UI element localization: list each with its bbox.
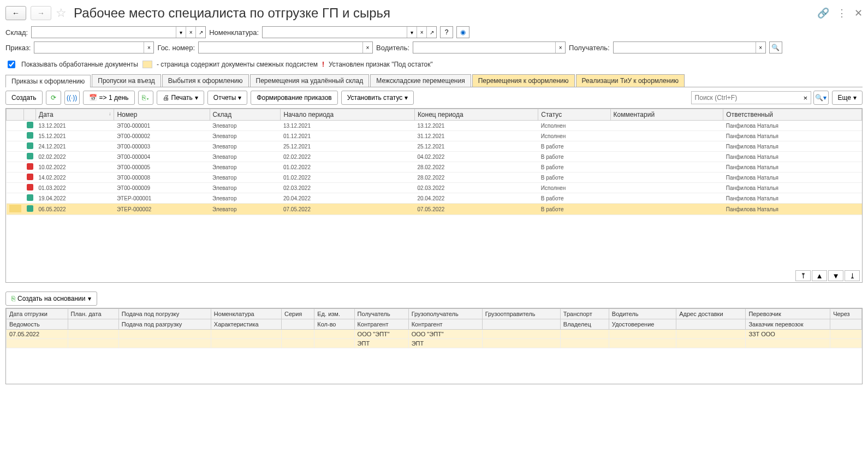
- nomenclature-input[interactable]: [263, 27, 407, 37]
- grid-header-row: Дата↓НомерСкладНачало периодаКонец перио…: [7, 109, 862, 121]
- tab-Приказы-к-оформлению[interactable]: Приказы к оформлению: [5, 75, 91, 87]
- table-row[interactable]: 06.05.2022ЭТЕР-000002Элеватор07.05.20220…: [7, 204, 862, 215]
- col-Дата[interactable]: Дата↓: [36, 109, 114, 121]
- row-status-icon: [27, 205, 33, 212]
- dcol-Номенклатура[interactable]: Номенклатура: [211, 309, 281, 319]
- broadcast-button[interactable]: ((∙)): [64, 91, 80, 105]
- dcol-Получатель[interactable]: Получатель: [354, 309, 408, 319]
- dcol-Подача под погрузку[interactable]: Подача под погрузку: [118, 309, 211, 319]
- dcol-Грузополучатель[interactable]: Грузополучатель: [408, 309, 482, 319]
- table-row[interactable]: 14.02.2022ЭТ00-000008Элеватор01.02.20222…: [7, 172, 862, 183]
- more-button[interactable]: Еще▾: [832, 91, 863, 105]
- nomenclature-input-group: ▾ × ↗: [262, 26, 437, 38]
- tab-Перемещения-к-оформлению[interactable]: Перемещения к оформлению: [472, 74, 575, 87]
- refresh-button[interactable]: ⟳: [46, 91, 61, 105]
- dcol-Дата отгрузки[interactable]: Дата отгрузки: [7, 309, 68, 319]
- extra-search-button[interactable]: 🔍: [769, 41, 782, 53]
- dcol-План. дата[interactable]: План. дата: [68, 309, 118, 319]
- col-Статус[interactable]: Статус: [538, 109, 610, 121]
- search-menu-button[interactable]: 🔍▾: [813, 91, 829, 105]
- kebab-menu-icon[interactable]: ⋮: [837, 7, 847, 19]
- order-label: Приказ:: [5, 44, 31, 52]
- recipient-clear-icon[interactable]: ×: [756, 42, 765, 53]
- dcol-Ед. изм.[interactable]: Ед. изм.: [314, 309, 354, 319]
- link-icon[interactable]: 🔗: [817, 7, 829, 19]
- dcol-Через[interactable]: Через: [830, 309, 862, 319]
- row-status-icon: [27, 132, 33, 139]
- warehouse-dropdown-icon[interactable]: ▾: [176, 27, 186, 38]
- close-icon[interactable]: ✕: [854, 7, 863, 19]
- grid-first-button[interactable]: ⤒: [795, 270, 811, 281]
- help-button[interactable]: ?: [440, 26, 453, 38]
- nomenclature-clear-icon[interactable]: ×: [417, 27, 426, 38]
- plate-input[interactable]: [199, 43, 362, 52]
- detail-grid: Дата отгрузкиПлан. датаПодача под погруз…: [5, 308, 863, 384]
- detail-row[interactable]: 07.05.2022ООО "ЭПТ"ООО "ЭПТ"ЗЗТ ООО: [7, 330, 862, 339]
- detail-header-row-2: ВедомостьПодача под разгрузкуХарактерист…: [7, 319, 862, 330]
- col-Ответственный[interactable]: Ответственный: [723, 109, 862, 121]
- nomenclature-label: Номенклатура:: [209, 28, 259, 37]
- col-Склад[interactable]: Склад: [210, 109, 281, 121]
- plate-label: Гос. номер:: [157, 44, 195, 52]
- camera-button[interactable]: ◉: [456, 26, 469, 38]
- print-button[interactable]: 🖨Печать▾: [157, 91, 204, 105]
- grid-up-button[interactable]: ▲: [812, 270, 827, 281]
- create-based-button[interactable]: ⎘Создать на основании▾: [5, 291, 97, 306]
- tab-Межскладские-перемещения[interactable]: Межскладские перемещения: [370, 74, 471, 87]
- reports-button[interactable]: Отчеты▾: [207, 91, 247, 105]
- table-row[interactable]: 01.03.2022ЭТ00-000009Элеватор02.03.20220…: [7, 183, 862, 193]
- driver-input[interactable]: [413, 43, 555, 52]
- tab-Пропуски-на-въезд[interactable]: Пропуски на въезд: [92, 74, 160, 87]
- order-input-group: ×: [34, 41, 154, 53]
- col-Комментарий[interactable]: Комментарий: [610, 109, 723, 121]
- order-clear-icon[interactable]: ×: [144, 42, 153, 53]
- table-row[interactable]: 15.12.2021ЭТ00-000002Элеватор01.12.20213…: [7, 131, 862, 141]
- driver-clear-icon[interactable]: ×: [555, 42, 565, 53]
- order-input[interactable]: [34, 43, 144, 52]
- dcol-Водитель[interactable]: Водитель: [609, 309, 676, 319]
- nomenclature-open-icon[interactable]: ↗: [426, 27, 436, 38]
- row-status-icon: [27, 142, 33, 149]
- recipient-input[interactable]: [614, 43, 756, 52]
- dcol-Перевозчик[interactable]: Перевозчик: [746, 309, 830, 319]
- dcol-Адрес доставки[interactable]: Адрес доставки: [676, 309, 746, 319]
- grid-down-button[interactable]: ▼: [828, 270, 843, 281]
- driver-input-group: ×: [413, 41, 566, 53]
- tab-Перемещения-на-удалённый-склад[interactable]: Перемещения на удалённый склад: [250, 74, 370, 87]
- table-row[interactable]: 24.12.2021ЭТ00-000003Элеватор25.12.20212…: [7, 141, 862, 152]
- table-row[interactable]: 10.02.2022ЭТ00-000005Элеватор01.02.20222…: [7, 162, 862, 172]
- copy-button[interactable]: ⎘▾: [138, 91, 153, 105]
- col-Начало периода[interactable]: Начало периода: [281, 109, 414, 121]
- detail-row[interactable]: ЭПТЭПТ: [7, 339, 862, 348]
- grid-last-button[interactable]: ⤓: [845, 270, 860, 281]
- plate-clear-icon[interactable]: ×: [362, 42, 372, 53]
- col-Номер[interactable]: Номер: [114, 109, 210, 121]
- search-clear-icon[interactable]: ×: [800, 93, 810, 103]
- show-processed-checkbox[interactable]: [8, 61, 15, 68]
- row-status-icon: [27, 153, 33, 159]
- warehouse-input[interactable]: [32, 27, 176, 37]
- form-orders-button[interactable]: Формирование приказов: [251, 91, 337, 105]
- nav-back-button[interactable]: ←: [5, 6, 26, 20]
- dcol-Транспорт[interactable]: Транспорт: [560, 309, 609, 319]
- dcol-Серия[interactable]: Серия: [282, 309, 314, 319]
- date-shift-button[interactable]: 📅=> 1 день: [83, 91, 135, 105]
- tabs-bar: Приказы к оформлениюПропуски на въездВыб…: [5, 74, 863, 87]
- warehouse-open-icon[interactable]: ↗: [195, 27, 205, 38]
- table-row[interactable]: 19.04.2022ЭТЕР-000001Элеватор20.04.20222…: [7, 193, 862, 204]
- nomenclature-dropdown-icon[interactable]: ▾: [407, 27, 417, 38]
- set-status-button[interactable]: Установить статус▾: [341, 91, 414, 105]
- nav-forward-button[interactable]: →: [31, 6, 51, 20]
- table-row[interactable]: 02.02.2022ЭТ00-000004Элеватор02.02.20220…: [7, 152, 862, 162]
- row-status-icon: [27, 184, 33, 191]
- search-input[interactable]: [691, 91, 811, 104]
- tab-Выбытия-к-оформлению[interactable]: Выбытия к оформлению: [162, 74, 249, 87]
- row-status-icon: [27, 194, 33, 201]
- tab-Реализации-ТиУ-к-оформлению[interactable]: Реализации ТиУ к оформлению: [576, 74, 685, 87]
- create-button[interactable]: Создать: [5, 91, 43, 105]
- col-Конец периода[interactable]: Конец периода: [414, 109, 538, 121]
- table-row[interactable]: 13.12.2021ЭТ00-000001Элеватор13.12.20211…: [7, 121, 862, 131]
- warehouse-clear-icon[interactable]: ×: [186, 27, 195, 38]
- dcol-Грузоотправитель[interactable]: Грузоотправитель: [482, 309, 560, 319]
- favorite-star-icon[interactable]: ☆: [56, 6, 67, 20]
